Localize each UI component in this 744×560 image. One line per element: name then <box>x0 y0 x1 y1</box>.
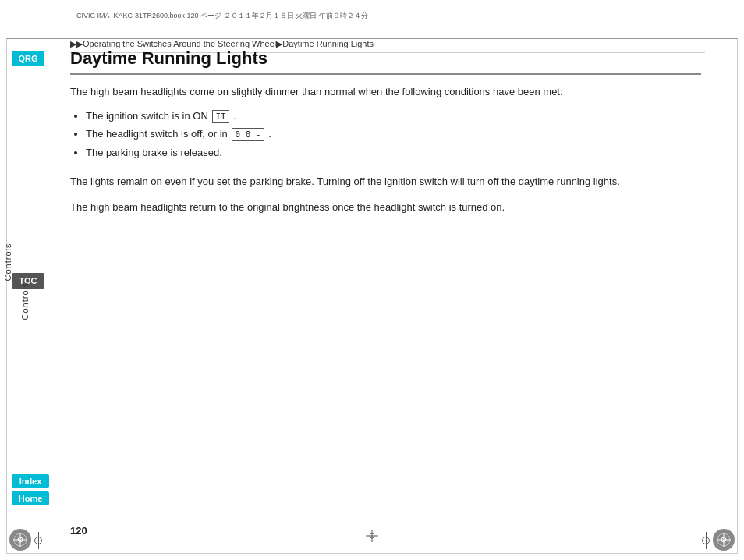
bullet-item-1: The ignition switch is in ON II . <box>86 107 701 125</box>
page-number: 120 <box>70 525 87 537</box>
bullet-list: The ignition switch is in ON II . The he… <box>86 107 701 161</box>
bottom-cross-mark <box>366 530 378 544</box>
toc-button-wrapper: TOC <box>12 164 44 289</box>
main-content: Daytime Running Lights The high beam hea… <box>70 48 701 513</box>
index-button[interactable]: Index <box>12 474 49 488</box>
headlight-symbol: 0 0 - <box>232 128 264 141</box>
intro-paragraph: The high beam headlights come on slightl… <box>70 84 701 101</box>
para3: The high beam headlights return to the o… <box>70 200 701 216</box>
page-title: Daytime Running Lights <box>70 48 701 75</box>
bullet-2-text-after: . <box>268 128 271 140</box>
bullet-item-3: The parking brake is released. <box>86 144 701 161</box>
sidebar: QRG <box>12 51 51 69</box>
para2: The lights remain on even if you set the… <box>70 174 701 190</box>
bullet-3-text: The parking brake is released. <box>86 147 222 158</box>
bullet-2-text-before: The headlight switch is off, or in <box>86 128 230 140</box>
controls-rotated-text: Controls <box>20 282 30 321</box>
ignition-symbol: II <box>212 110 229 123</box>
bullet-1-text-before: The ignition switch is in ON <box>86 110 211 122</box>
bullet-item-2: The headlight switch is off, or in 0 0 -… <box>86 125 701 143</box>
bullet-1-text-after: . <box>233 110 236 122</box>
bottom-nav: Index Home <box>12 474 49 505</box>
home-button[interactable]: Home <box>12 491 49 505</box>
qrg-button[interactable]: QRG <box>12 51 44 66</box>
top-header: CIVIC IMA_KAKC-31TR2600.book 120 ページ ２０１… <box>6 6 738 39</box>
controls-label: Controls <box>3 243 12 282</box>
header-meta: CIVIC IMA_KAKC-31TR2600.book 120 ページ ２０１… <box>76 11 368 21</box>
